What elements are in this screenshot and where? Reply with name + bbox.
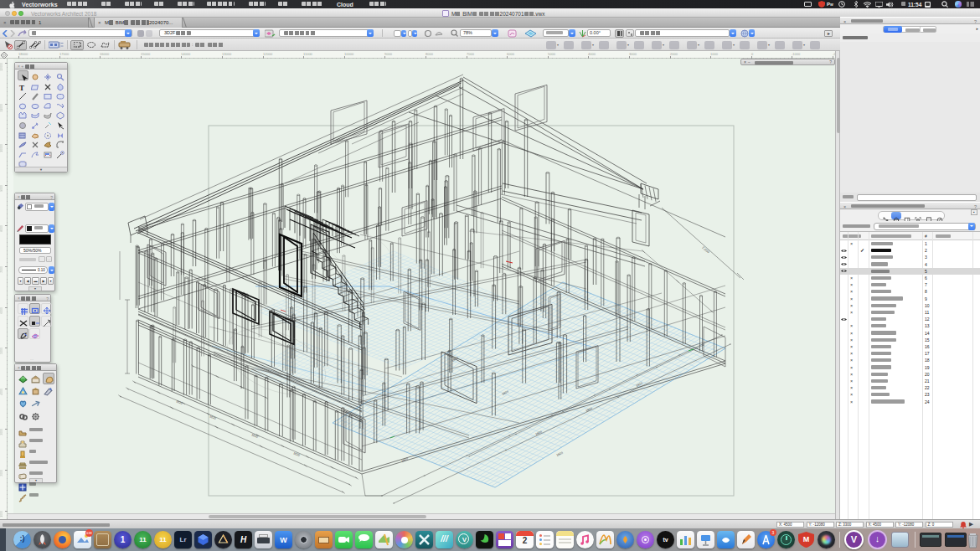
svg-text:1820: 1820 (209, 415, 217, 420)
svg-text:1820: 1820 (401, 457, 409, 463)
svg-text:1820: 1820 (293, 451, 301, 457)
svg-text:1820: 1820 (176, 399, 183, 405)
svg-text:1820: 1820 (585, 407, 593, 413)
svg-text:1820: 1820 (556, 451, 564, 457)
svg-text:2,050: 2,050 (701, 245, 710, 255)
svg-text:1820: 1820 (535, 430, 543, 436)
svg-text:1820: 1820 (251, 433, 259, 439)
